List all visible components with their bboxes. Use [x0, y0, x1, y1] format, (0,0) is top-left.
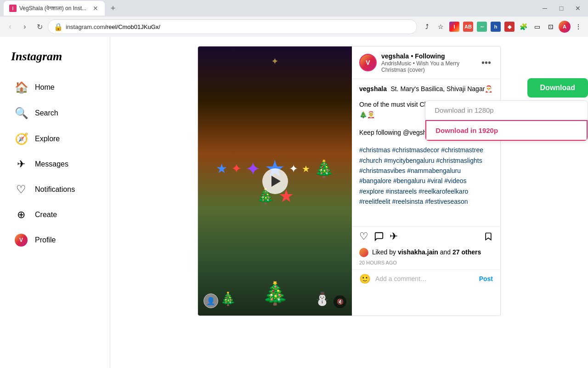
xmas-tree-icon: 🎄	[314, 159, 334, 178]
sidebar-item-search[interactable]: 🔍 Search	[4, 101, 106, 125]
sidebar-label-profile: Profile	[35, 236, 56, 244]
sidebar-label-notifications: Notifications	[35, 185, 75, 194]
more-options-button[interactable]: •••	[480, 56, 493, 70]
nav-bar: ‹ › ↻ 🔒 instagram.com/reel/Cmob01JKuGx/ …	[0, 17, 588, 37]
like-button[interactable]: ♡	[359, 230, 368, 242]
sidebar-label-home: Home	[35, 83, 55, 92]
cast-button[interactable]: ▭	[531, 21, 543, 33]
extension-icon-5[interactable]: ◆	[503, 21, 515, 33]
home-icon: 🏠	[15, 81, 28, 94]
window-controls: ─ □ ✕	[538, 2, 584, 15]
comment-button[interactable]	[374, 231, 384, 242]
insta-ext-icon: I	[449, 22, 459, 32]
extensions-button[interactable]: 🧩	[517, 21, 529, 33]
post-user-avatar: V	[359, 54, 377, 71]
star-white: ✦	[289, 162, 298, 175]
address-bar[interactable]: 🔒 instagram.com/reel/Cmob01JKuGx/	[48, 19, 417, 34]
back-button[interactable]: ‹	[4, 20, 17, 33]
browser-chrome: I VegShala (वेगशाला) on Inst... ✕ + ─ □ …	[0, 0, 588, 37]
sidebar-item-messages[interactable]: ✈ Messages	[4, 153, 106, 176]
extension-icon-3[interactable]: ∼	[476, 21, 488, 33]
main-layout: Instagram 🏠 Home 🔍 Search 🧭 Explore ✈ Me…	[0, 37, 588, 368]
sidebar-item-explore[interactable]: 🧭 Explore	[4, 127, 106, 151]
liked-by-label: Liked by	[372, 248, 396, 256]
following-label: • Following	[411, 52, 445, 60]
post-music: AndrisMusic • Wish You a Merry Christmas…	[381, 60, 475, 73]
extension-icon-1[interactable]: I	[448, 21, 460, 33]
content-area: ✦ ★ ✦ ✦ ★ ✦ ★ 🎄 🎄 ★	[110, 37, 588, 368]
share-button[interactable]: ✈	[390, 230, 398, 242]
download-1280p-button[interactable]: Download in 1280p	[425, 101, 588, 120]
post-username[interactable]: vegshala	[381, 52, 409, 60]
mute-button[interactable]: 🔇	[334, 295, 346, 308]
post-header: V vegshala • Following AndrisMusic • Wis…	[352, 46, 500, 79]
others-count[interactable]: 27 others	[452, 248, 481, 256]
bookmark-icon[interactable]: ☆	[435, 21, 447, 33]
comment-icon	[374, 231, 384, 242]
post-video[interactable]: ✦ ★ ✦ ✦ ★ ✦ ★ 🎄 🎄 ★	[198, 46, 352, 316]
post-timestamp: 20 HOURS AGO	[352, 259, 500, 269]
download-options-menu: Download in 1280p Download in 1920p	[425, 100, 588, 141]
extension-icon-4[interactable]: h	[490, 21, 502, 33]
star-blue: ★	[216, 161, 227, 176]
lock-icon: 🔒	[54, 23, 63, 31]
menu-button[interactable]: ⋮	[572, 21, 584, 33]
maximize-button[interactable]: □	[555, 2, 568, 15]
play-button[interactable]	[262, 168, 288, 194]
profile-button[interactable]: A	[559, 21, 571, 33]
sidebar-item-notifications[interactable]: ♡ Notifications	[4, 178, 106, 201]
liker-username[interactable]: vishakha.jain	[398, 248, 438, 256]
active-tab[interactable]: I VegShala (वेगशाला) on Inst... ✕	[4, 1, 105, 16]
liker-avatar	[359, 248, 368, 257]
post-actions: ♡ ✈	[352, 226, 500, 246]
sidebar-button[interactable]: ⊡	[545, 21, 557, 33]
bookmark-post-icon	[484, 231, 493, 242]
explore-icon: 🧭	[15, 132, 28, 145]
post-following-text: • Following	[411, 52, 445, 60]
sidebar-label-messages: Messages	[35, 160, 68, 168]
minimize-button[interactable]: ─	[538, 2, 551, 15]
caption-username[interactable]: vegshala	[359, 85, 387, 92]
xmas-deco-1: 🎄	[220, 291, 236, 306]
star-red: ✦	[231, 161, 242, 176]
close-window-button[interactable]: ✕	[571, 2, 584, 15]
tab-close-button[interactable]: ✕	[92, 5, 99, 12]
sidebar-item-profile[interactable]: V Profile	[4, 228, 106, 252]
new-tab-button[interactable]: +	[107, 2, 119, 15]
ext-icon-2: AB	[463, 22, 473, 32]
comment-box: 🙂 Post	[352, 269, 500, 288]
create-icon: ⊕	[15, 209, 28, 221]
refresh-button[interactable]: ↻	[33, 20, 46, 33]
comment-input[interactable]	[375, 275, 475, 282]
share-icon[interactable]: ⤴	[421, 21, 433, 33]
ext-icon-3: ∼	[477, 22, 487, 32]
download-main-button[interactable]: Download	[527, 78, 588, 98]
extension-icon-2[interactable]: AB	[462, 21, 474, 33]
profile-avatar-browser: A	[559, 21, 571, 33]
star-purple: ✦	[245, 158, 261, 179]
video-user-icon: 👤	[204, 293, 218, 308]
liked-by-text: Liked by vishakha.jain and 27 others	[372, 248, 481, 256]
save-button[interactable]	[484, 231, 493, 242]
forward-button[interactable]: ›	[18, 20, 31, 33]
post-comment-button[interactable]: Post	[479, 275, 493, 282]
caption-dot-5	[359, 141, 493, 145]
download-extension-popup: Download Download in 1280p Download in 1…	[425, 78, 588, 141]
sidebar-item-create[interactable]: ⊕ Create	[4, 203, 106, 226]
sidebar-label-create: Create	[35, 211, 57, 219]
search-icon: 🔍	[15, 107, 28, 120]
sidebar-item-home[interactable]: 🏠 Home	[4, 75, 106, 99]
post-likes: Liked by vishakha.jain and 27 others	[352, 246, 500, 259]
tab-bar: I VegShala (वेगशाला) on Inst... ✕ + ─ □ …	[0, 0, 588, 17]
star-yellow: ★	[302, 163, 310, 174]
download-1920p-button[interactable]: Download in 1920p	[425, 120, 588, 141]
video-bottom-decor: 🎄 🎄 ⛄	[207, 281, 343, 306]
heart-icon: ♡	[15, 183, 28, 196]
sidebar-profile-avatar: V	[15, 234, 28, 247]
ext-icon-5: ◆	[504, 22, 514, 32]
emoji-button[interactable]: 🙂	[359, 273, 371, 284]
url-display: instagram.com/reel/Cmob01JKuGx/	[66, 23, 411, 30]
messages-icon: ✈	[15, 158, 28, 170]
tab-favicon: I	[9, 5, 17, 12]
ext-icon-4: h	[491, 22, 501, 32]
